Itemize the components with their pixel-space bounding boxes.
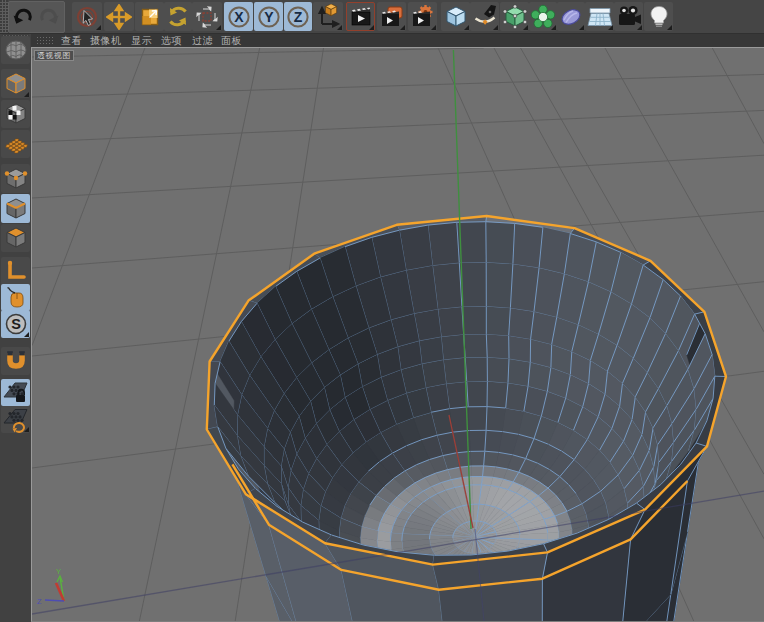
magnet-icon	[3, 348, 29, 374]
scale-icon	[137, 4, 163, 30]
coordinate-system-button[interactable]	[313, 2, 343, 31]
undo-button[interactable]	[9, 2, 36, 31]
viewport-menu-6[interactable]: 面板	[221, 34, 242, 47]
snap-settings-button[interactable]: S	[1, 310, 30, 338]
viewport-menu-1[interactable]: 查看	[61, 34, 82, 47]
viewport-view-label[interactable]: 透视视图	[34, 50, 74, 61]
palette-corner-triangle	[637, 25, 642, 30]
viewport-solo-button[interactable]	[1, 284, 30, 311]
add-subdivision-surface-button[interactable]	[500, 2, 529, 31]
render-view-button[interactable]	[346, 2, 375, 31]
move-tool-button[interactable]	[104, 2, 134, 31]
svg-text:X: X	[234, 8, 244, 24]
palette-corner-triangle	[579, 25, 584, 30]
live-selection-tool-button[interactable]	[72, 2, 102, 31]
mouse-icon	[3, 285, 29, 311]
axis-x-icon: X	[226, 4, 252, 30]
viewport-menu-2[interactable]: 摄像机	[90, 34, 122, 47]
undo-icon	[10, 4, 36, 30]
scale-tool-button[interactable]	[135, 2, 164, 31]
palette-corner-triangle	[431, 25, 436, 30]
add-cube-primitive-button[interactable]	[441, 2, 470, 31]
palette-corner-triangle	[400, 25, 405, 30]
add-field-button[interactable]	[557, 2, 585, 31]
svg-text:Y: Y	[264, 8, 274, 24]
viewport-menu-5[interactable]: 过滤	[192, 34, 213, 47]
svg-text:S: S	[11, 316, 21, 332]
palette-corner-triangle	[667, 25, 672, 30]
add-deformer-button[interactable]	[529, 2, 557, 31]
last-tool-used-button[interactable]	[192, 2, 222, 31]
axis-y-icon: Y	[256, 4, 282, 30]
axis-z-icon: Z	[285, 4, 311, 30]
move-icon	[106, 4, 132, 30]
mode-points-icon	[3, 166, 29, 192]
editable-icon	[3, 37, 29, 63]
palette-corner-triangle	[369, 25, 374, 30]
texture-axis-mode-button[interactable]	[1, 130, 30, 158]
svg-text:Z: Z	[294, 8, 303, 24]
top-toolbar: XYZ	[0, 0, 764, 34]
lock-y-axis-button[interactable]: Y	[254, 2, 283, 31]
palette-corner-triangle	[24, 332, 29, 337]
viewport-canvas[interactable]: YZ 透视视图	[31, 47, 764, 622]
axis-L-icon	[3, 258, 29, 284]
edges-mode-button[interactable]	[1, 194, 30, 223]
palette-corner-triangle	[608, 25, 613, 30]
make-editable-button[interactable]	[1, 36, 30, 64]
palette-corner-triangle	[96, 25, 101, 30]
polygons-mode-button[interactable]	[1, 224, 30, 252]
add-camera-button[interactable]	[614, 2, 643, 31]
redo-icon	[36, 4, 62, 30]
mode-polys-icon	[3, 225, 29, 251]
rotate-icon	[165, 4, 191, 30]
palette-corner-triangle	[24, 427, 29, 432]
mode-texture-icon	[3, 101, 29, 127]
add-spline-pen-button[interactable]	[470, 2, 499, 31]
toolbar-drag-handle[interactable]	[0, 0, 8, 33]
add-floor-button[interactable]	[585, 2, 614, 31]
add-light-button[interactable]	[644, 2, 673, 31]
lock-z-axis-button[interactable]: Z	[284, 2, 312, 31]
left-mode-toolbar: S	[0, 34, 31, 622]
workplane-lock-button[interactable]	[1, 379, 30, 406]
magnet-tool-button[interactable]	[1, 347, 30, 375]
palette-corner-triangle	[523, 25, 528, 30]
rotate-tool-button[interactable]	[164, 2, 192, 31]
texture-mode-button[interactable]	[1, 100, 30, 128]
palette-corner-triangle	[464, 25, 469, 30]
mode-waffle-icon	[3, 131, 29, 157]
redo-button[interactable]	[36, 2, 62, 31]
svg-text:Y: Y	[56, 567, 61, 576]
viewport-menu-4[interactable]: 选项	[161, 34, 182, 47]
lock-x-axis-button[interactable]: X	[224, 2, 253, 31]
workplane-rotate-button[interactable]	[1, 406, 30, 433]
svg-text:Z: Z	[37, 597, 42, 606]
render-picture-viewer-button[interactable]	[377, 2, 406, 31]
palette-corner-triangle	[216, 25, 221, 30]
application-window: XYZ S 查看摄像机显示选项过滤面板 YZ 透视视图	[0, 0, 764, 622]
mode-edges-icon	[3, 196, 29, 222]
palette-corner-triangle	[551, 25, 556, 30]
viewport-menu-3[interactable]: 显示	[131, 34, 152, 47]
points-mode-button[interactable]	[1, 164, 30, 193]
palette-corner-triangle	[337, 25, 342, 30]
palette-corner-triangle	[493, 25, 498, 30]
wp-lock-icon	[3, 380, 29, 406]
palette-corner-triangle	[24, 92, 29, 97]
model-mode-button[interactable]	[1, 69, 30, 98]
viewport-scene[interactable]: YZ	[32, 48, 764, 621]
viewport-menubar: 查看摄像机显示选项过滤面板	[31, 34, 764, 47]
enable-axis-button[interactable]	[1, 257, 30, 285]
perspective-viewport: 查看摄像机显示选项过滤面板 YZ 透视视图	[31, 34, 764, 622]
render-settings-button[interactable]	[408, 2, 437, 31]
viewport-menu-grip-icon[interactable]	[36, 36, 53, 45]
